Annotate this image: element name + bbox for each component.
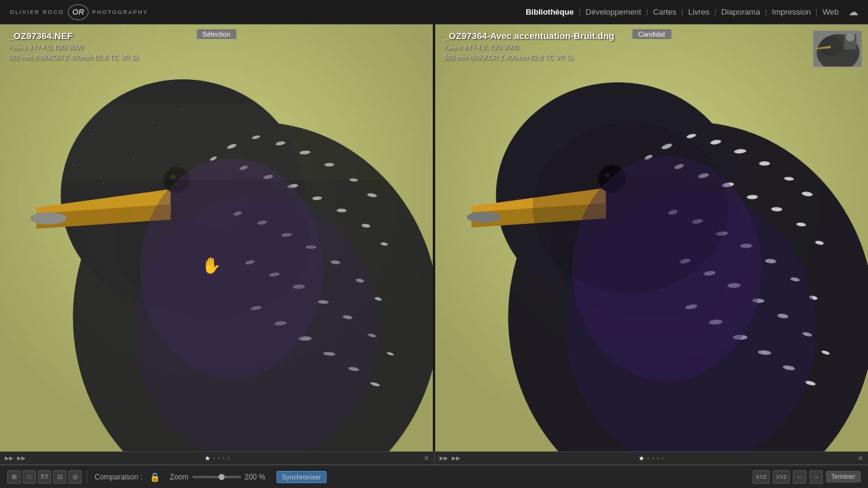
nav-item-cartes[interactable]: Cartes [652,5,678,19]
left-panel-filename: _OZ97364.NEF [9,30,139,41]
dot1r: • [647,454,649,462]
nav-sep-2: | [646,7,648,16]
svg-point-117 [533,122,728,293]
nav-sep-1: | [579,7,580,16]
left-panel-label: Sélection [197,29,236,39]
nav-sep-3: | [681,7,683,16]
svg-point-60 [366,121,367,123]
left-panel-meta1: ¹⁄₁₀₀₀ s à f / 4,0, ISO 9000 [9,42,139,52]
top-navigation-bar: OLIVIER ROCO OR PHOTOGRAPHY Bibliothèque… [0,0,868,24]
compare-xy-button[interactable]: XY [38,470,51,484]
svg-point-69 [846,33,855,41]
svg-point-76 [467,212,501,223]
bottom-toolbar: ⊞ □ XY ⊡ ◎ Comparaison : 🔒 Zoom 200 % Sy… [0,465,868,488]
nav-sep-6: | [816,7,817,16]
left-panel-meta2: 560 mm (NIKKOR Z 400mm f/2.8 TC VR S) [9,52,139,63]
swap-right-button[interactable]: XYZ [773,470,790,484]
svg-point-50 [91,134,92,135]
thumbnail-preview[interactable] [813,30,862,67]
filmstrip-right-close[interactable]: ✕ [858,454,863,462]
zoom-slider[interactable] [192,476,241,478]
star-filled: ★ [204,454,211,462]
right-panel-meta2: 560 mm (NIKKOR Z 400mm f/2.8 TC VR S) [444,52,615,63]
svg-point-59 [134,158,135,159]
right-panel-filename: _OZ97364-Avec accentuation-Bruit.dng [444,30,615,41]
left-bird-image [0,24,433,451]
left-star-rating[interactable]: ★ • • • • [204,454,230,462]
nav-sep-5: | [765,7,767,16]
svg-point-56 [48,176,49,178]
right-panel-label: Candidat [632,29,671,39]
svg-point-55 [30,146,31,147]
compare-label: Comparaison : [92,473,145,481]
next-button[interactable]: → [809,470,823,484]
dot4r: • [662,454,664,462]
nav-item-bibliotheque[interactable]: Bibliothèque [524,5,575,19]
svg-point-61 [396,134,397,135]
right-panel-meta1: ¹⁄₁₀₀₀ s à f / 4,0, ISO 9000 [444,42,615,52]
right-image-panel[interactable]: Candidat _OZ97364-Avec accentuation-Brui… [435,24,868,451]
toolbar-right-group: XYZ XYZ ← → Terminer [753,470,861,484]
nav-menu: Bibliothèque | Développement | Cartes | … [524,5,858,19]
nav-item-livres[interactable]: Livres [687,5,711,19]
grid-view-button[interactable]: ⊞ [7,470,21,484]
filmstrip-left-icon2[interactable]: ▶▶ [17,455,26,461]
sync-button[interactable]: Synchroniser [277,471,327,483]
filmstrip-right-section: ▶▶ ▶▶ ★ • • • • ✕ [435,452,869,464]
dot3r: • [657,454,659,462]
svg-point-57 [73,164,74,165]
main-content: Sélection _OZ97364.NEF ¹⁄₁₀₀₀ s à f / 4,… [0,24,868,451]
left-image-panel[interactable]: Sélection _OZ97364.NEF ¹⁄₁₀₀₀ s à f / 4,… [0,24,433,451]
nav-item-impression[interactable]: Impression [771,5,812,19]
thumbnail-svg [814,31,862,67]
prev-button[interactable]: ← [793,470,806,484]
logo-text-left: OLIVIER ROCO [10,9,64,15]
dot4: • [227,454,230,462]
svg-point-54 [213,127,214,129]
filmstrip-left-close[interactable]: ✕ [424,454,429,462]
logo-text-right: PHOTOGRAPHY [92,9,148,15]
filmstrip-left-section: ▶▶ ▶▶ ★ • • • • ✕ [0,452,435,464]
svg-point-58 [103,182,104,184]
svg-rect-48 [0,24,433,451]
dot2: • [217,454,220,462]
zoom-value-display: 200 % [245,473,267,481]
people-view-button[interactable]: ◎ [68,470,82,484]
svg-point-84 [759,162,770,166]
cloud-icon: ☁ [848,6,858,18]
nav-sep-4: | [714,7,716,16]
logo-circle: OR [68,4,89,20]
nav-item-developpement[interactable]: Développement [584,5,642,19]
star-filled-r: ★ [638,454,645,462]
nav-item-web[interactable]: Web [822,5,841,19]
right-star-rating[interactable]: ★ • • • • [638,454,664,462]
nav-item-diaporama[interactable]: Diaporama [720,5,762,19]
svg-point-62 [414,109,416,110]
view-mode-group: ⊞ □ XY ⊡ ◎ [7,470,87,484]
filmstrip-right-icon2[interactable]: ▶▶ [452,455,460,461]
dot1: • [213,454,215,462]
dot3: • [222,454,225,462]
filmstrip-right-icon[interactable]: ▶▶ [439,455,448,461]
loupe-view-button[interactable]: □ [23,470,36,484]
zoom-label: Zoom [170,473,189,481]
lock-icon[interactable]: 🔒 [150,472,160,482]
zoom-slider-thumb[interactable] [219,474,225,480]
swap-left-button[interactable]: XYZ [753,470,770,484]
left-panel-info: _OZ97364.NEF ¹⁄₁₀₀₀ s à f / 4,0, ISO 900… [9,30,139,62]
svg-point-49 [60,115,62,117]
survey-view-button[interactable]: ⊡ [53,470,67,484]
svg-point-51 [121,103,123,104]
right-panel-info: _OZ97364-Avec accentuation-Bruit.dng ¹⁄₁… [444,30,615,62]
end-compare-button[interactable]: Terminer [826,471,861,483]
svg-point-52 [152,121,153,123]
dot2r: • [652,454,654,462]
filmstrip-left-icon[interactable]: ▶▶ [5,455,13,461]
zoom-control-group: Zoom 200 % [165,473,272,481]
svg-point-53 [183,109,184,110]
right-bird-image [435,24,868,451]
logo: OLIVIER ROCO OR PHOTOGRAPHY [10,4,148,20]
filmstrip-bar: ▶▶ ▶▶ ★ • • • • ✕ ▶▶ ▶▶ ★ • • • • ✕ [0,451,868,465]
